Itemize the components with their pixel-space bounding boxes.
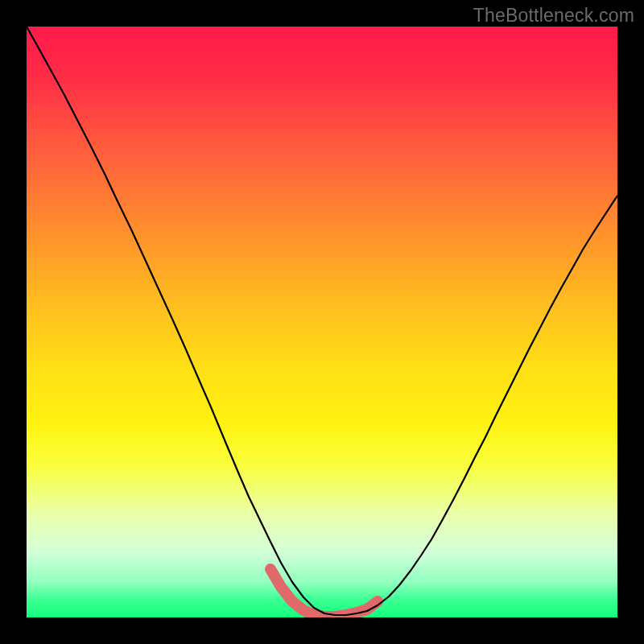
bottom-highlight-line xyxy=(270,569,378,617)
watermark-text: TheBottleneck.com xyxy=(473,5,634,27)
chart-plot-area xyxy=(27,27,617,617)
chart-svg xyxy=(27,27,617,617)
chart-frame: TheBottleneck.com xyxy=(0,0,644,644)
bottleneck-curve-line xyxy=(27,27,617,615)
